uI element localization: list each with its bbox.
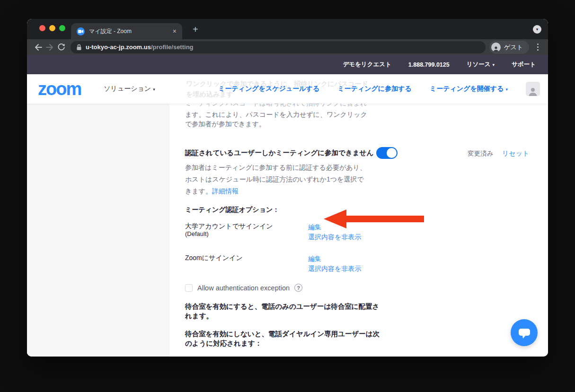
auth-option-label: Zoomにサインイン	[185, 254, 308, 262]
profile-avatar[interactable]	[526, 82, 540, 96]
auth-toggle[interactable]	[376, 147, 398, 159]
learn-more-link[interactable]: 詳細情報	[212, 187, 239, 195]
browser-menu-icon[interactable]	[533, 44, 542, 51]
setting-description: 参加者はミーティングに参加する前に認証する必要があり、 ホストはスケジュール時に…	[185, 162, 548, 197]
window-controls	[39, 25, 65, 31]
fullscreen-window-button[interactable]	[59, 25, 65, 31]
forward-icon[interactable]	[44, 42, 55, 53]
help-icon[interactable]: ?	[294, 284, 302, 292]
browser-toolbar: u-tokyo-ac-jp.zoom.us/profile/setting ゲス…	[27, 39, 548, 55]
desktop-background: マイ設定 - Zoom × + ▾ u-tokyo-ac-jp.zoom.us/…	[0, 0, 575, 392]
chevron-down-icon: ▾	[493, 62, 495, 67]
url-bar[interactable]: u-tokyo-ac-jp.zoom.us/profile/setting	[71, 41, 486, 53]
lock-icon	[76, 44, 82, 51]
setting-title: 認証されているユーザーしかミーティングに参加できません	[185, 148, 374, 157]
browser-window: マイ設定 - Zoom × + ▾ u-tokyo-ac-jp.zoom.us/…	[27, 19, 548, 357]
clipped-text-line: ミーティングパスコードは暗号化されて招待リンクに含まれ	[185, 104, 548, 108]
zoom-favicon-icon	[77, 27, 85, 35]
url-path: /profile/setting	[151, 44, 194, 51]
edit-link[interactable]: 編集	[308, 254, 361, 264]
url-domain: u-tokyo-ac-jp.zoom.us	[86, 44, 151, 51]
phone-number: 1.888.799.0125	[408, 61, 450, 68]
reset-link[interactable]: リセット	[502, 149, 529, 158]
guest-profile-button[interactable]: ゲスト	[489, 41, 529, 54]
header-nav: ミーティングをスケジュールする ミーティングに参加する ミーティングを開催する▾	[218, 82, 548, 96]
chevron-down-icon: ▾	[153, 87, 155, 92]
chat-bubble-icon	[517, 326, 531, 340]
schedule-meeting-link[interactable]: ミーティングをスケジュールする	[218, 85, 319, 93]
join-meeting-link[interactable]: ミーティングに参加する	[337, 85, 412, 93]
browser-tab-active[interactable]: マイ設定 - Zoom ×	[71, 23, 182, 39]
solutions-dropdown[interactable]: ソリューション▾	[104, 85, 155, 93]
settings-main-panel: ミーティングパスコードは暗号化されて招待リンクに含まれ ます。これにより、パスコ…	[169, 104, 548, 357]
auth-exception-row: Allow authentication exception ?	[185, 284, 548, 292]
hide-selection-link[interactable]: 選択内容を非表示	[308, 232, 361, 242]
modified-badge: 変更済み	[468, 149, 493, 158]
page-content: ミーティングパスコードは暗号化されて招待リンクに含まれ ます。これにより、パスコ…	[27, 104, 548, 357]
host-meeting-dropdown[interactable]: ミーティングを開催する▾	[430, 85, 508, 93]
browser-tabstrip: マイ設定 - Zoom × + ▾	[27, 19, 548, 39]
chevron-down-icon: ▾	[505, 87, 508, 92]
new-tab-button[interactable]: +	[193, 24, 198, 35]
guest-label: ゲスト	[504, 43, 523, 52]
back-icon[interactable]	[33, 42, 44, 53]
exception-label: Allow authentication exception	[197, 284, 290, 292]
auth-option-label: 大学アカウントでサインイン	[185, 222, 308, 230]
resources-dropdown[interactable]: リソース▾	[467, 61, 495, 69]
auth-option-row: Zoomにサインイン 編集 選択内容を非表示	[185, 254, 548, 274]
chat-fab-button[interactable]	[511, 319, 538, 346]
tab-search-chevron-icon[interactable]: ▾	[533, 25, 541, 34]
request-demo-link[interactable]: デモをリクエスト	[343, 61, 391, 69]
zoom-logo[interactable]: zoom	[38, 80, 81, 98]
auth-option-default-tag: (Default)	[185, 230, 308, 238]
exception-checkbox[interactable]	[185, 284, 193, 292]
waiting-room-note-2: 待合室を有効にしないと、電話ダイヤルイン専用ユーザーは次 のように対応されます：	[185, 329, 548, 348]
minimize-window-button[interactable]	[49, 25, 55, 31]
auth-setting-block: 認証されているユーザーしかミーティングに参加できません 変更済み リセット 参加…	[185, 148, 548, 357]
site-top-navbar: デモをリクエスト 1.888.799.0125 リソース▾ サポート	[27, 55, 548, 74]
passcode-description: ます。これにより、パスコードを入力せずに、ワンクリック で参加者が参加できます。	[185, 110, 548, 129]
settings-sidebar	[27, 104, 169, 357]
tab-title: マイ設定 - Zoom	[89, 27, 173, 35]
red-annotation-arrow	[324, 209, 424, 228]
close-window-button[interactable]	[39, 25, 45, 31]
site-header: ワンクリックで参加できるように、招待リンクにパスコード を埋め込みます zoom…	[27, 74, 548, 104]
tab-close-icon[interactable]: ×	[173, 28, 177, 35]
support-link[interactable]: サポート	[512, 61, 536, 69]
person-icon	[491, 43, 501, 52]
reload-icon[interactable]	[55, 42, 67, 53]
waiting-room-note-1: 待合室を有効にすると、電話のみのユーザーは待合室に配置さ れます。	[185, 302, 548, 321]
hide-selection-link[interactable]: 選択内容を非表示	[308, 264, 361, 274]
